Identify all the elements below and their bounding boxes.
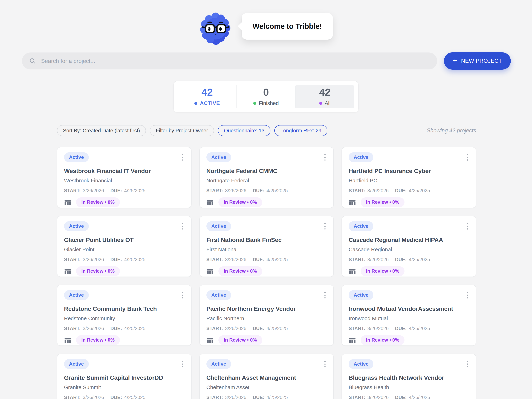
project-company: Bluegrass Health: [348, 384, 469, 391]
review-status-pill: In Review • 0%: [361, 335, 405, 345]
table-icon: [64, 268, 71, 275]
project-card[interactable]: Active Hartfield PC Insurance Cyber Hart…: [342, 147, 476, 208]
stat-active-label: ACTIVE: [200, 100, 220, 106]
project-company: First National: [206, 246, 327, 253]
search-icon: [29, 57, 36, 64]
welcome-text: Welcome to Tribble!: [253, 22, 322, 31]
start-label: START:: [348, 188, 365, 193]
project-title: Northgate Federal CMMC: [206, 167, 327, 175]
all-dot-icon: [319, 102, 322, 105]
new-project-label: NEW PROJECT: [461, 58, 502, 64]
table-icon: [64, 337, 71, 344]
start-date: 3/26/2026: [83, 326, 104, 331]
project-company: Glacier Point: [64, 246, 184, 253]
due-label: DUE:: [395, 188, 407, 193]
table-icon: [206, 337, 214, 344]
search-input[interactable]: [41, 58, 430, 64]
review-status-pill: In Review • 0%: [218, 335, 262, 345]
stat-finished[interactable]: 0 Finished: [236, 85, 295, 108]
kebab-menu-icon[interactable]: [466, 290, 469, 300]
project-title: Granite Summit Capital InvestorDD: [64, 374, 184, 381]
project-dates: START: 3/26/2026 DUE: 4/25/2025: [64, 326, 184, 331]
project-card[interactable]: Active Cheltenham Asset Management Chelt…: [199, 354, 334, 399]
project-company: Granite Summit: [64, 384, 184, 391]
start-label: START:: [206, 395, 223, 399]
start-label: START:: [348, 257, 365, 262]
due-date: 4/25/2025: [266, 257, 288, 262]
project-dates: START: 3/26/2026 DUE: 4/25/2025: [64, 257, 184, 262]
sort-by-chip[interactable]: Sort By: Created Date (latest first): [57, 125, 146, 136]
project-company: Northgate Federal: [206, 177, 327, 184]
start-date: 3/26/2026: [367, 257, 389, 262]
start-label: START:: [64, 188, 81, 193]
filter-owner-chip[interactable]: Filter by Project Owner: [150, 125, 214, 136]
projects-grid: Active Westbrook Financial IT Vendor Wes…: [57, 147, 476, 399]
review-status-pill: In Review • 0%: [76, 266, 120, 276]
start-date: 3/26/2026: [225, 257, 246, 262]
kebab-menu-icon[interactable]: [323, 359, 327, 369]
project-card[interactable]: Active First National Bank FinSec First …: [199, 216, 334, 277]
kebab-menu-icon[interactable]: [466, 359, 469, 369]
table-icon: [64, 199, 71, 206]
project-title: Ironwood Mutual VendorAssessment: [348, 305, 469, 312]
kebab-menu-icon[interactable]: [181, 221, 184, 231]
filter-row: Sort By: Created Date (latest first) Fil…: [57, 125, 476, 136]
due-date: 4/25/2025: [124, 326, 145, 331]
kebab-menu-icon[interactable]: [466, 152, 469, 162]
search-box[interactable]: [22, 52, 437, 69]
due-date: 4/25/2025: [409, 395, 430, 399]
kebab-menu-icon[interactable]: [181, 359, 184, 369]
project-card[interactable]: Active Westbrook Financial IT Vendor Wes…: [57, 147, 191, 208]
status-badge: Active: [348, 290, 373, 300]
new-project-button[interactable]: + NEW PROJECT: [444, 52, 511, 70]
project-card[interactable]: Active Redstone Community Bank Tech Reds…: [57, 285, 191, 346]
due-date: 4/25/2025: [266, 188, 288, 193]
start-label: START:: [206, 326, 223, 331]
table-icon: [348, 337, 356, 344]
start-date: 3/26/2026: [367, 395, 389, 399]
status-badge: Active: [64, 290, 89, 300]
project-card[interactable]: Active Bluegrass Health Network Vendor B…: [342, 354, 476, 399]
stat-all[interactable]: 42 All: [295, 85, 354, 108]
stat-active[interactable]: 42 ACTIVE: [178, 85, 236, 108]
due-label: DUE:: [395, 326, 407, 331]
project-card[interactable]: Active Ironwood Mutual VendorAssessment …: [342, 285, 476, 346]
project-company: Westbrook Financial: [64, 177, 184, 184]
table-icon: [206, 268, 214, 275]
kebab-menu-icon[interactable]: [323, 221, 327, 231]
project-card[interactable]: Active Northgate Federal CMMC Northgate …: [199, 147, 334, 208]
kebab-menu-icon[interactable]: [323, 290, 327, 300]
due-label: DUE:: [253, 257, 264, 262]
review-status-pill: In Review • 0%: [218, 266, 262, 276]
project-card[interactable]: Active Granite Summit Capital InvestorDD…: [57, 354, 191, 399]
questionnaire-chip[interactable]: Questionnaire: 13: [218, 125, 270, 136]
kebab-menu-icon[interactable]: [323, 152, 327, 162]
start-date: 3/26/2026: [367, 188, 389, 193]
project-company: Redstone Community: [64, 315, 184, 322]
start-date: 3/26/2026: [225, 326, 246, 331]
due-date: 4/25/2025: [409, 326, 430, 331]
dashboard-page: Welcome to Tribble! + NEW PROJECT 42 ACT…: [0, 0, 532, 399]
project-card[interactable]: Active Pacific Northern Energy Vendor Pa…: [199, 285, 334, 346]
status-badge: Active: [206, 221, 231, 231]
project-title: Hartfield PC Insurance Cyber: [348, 167, 469, 175]
longform-rfx-chip[interactable]: Longform RFx: 29: [274, 125, 327, 136]
review-status-pill: In Review • 0%: [218, 197, 262, 207]
project-card[interactable]: Active Glacier Point Utilities OT Glacie…: [57, 216, 191, 277]
start-label: START:: [64, 326, 81, 331]
project-dates: START: 3/26/2026 DUE: 4/25/2025: [206, 188, 327, 193]
project-dates: START: 3/26/2026 DUE: 4/25/2025: [64, 188, 184, 193]
status-badge: Active: [206, 152, 231, 162]
project-card[interactable]: Active Cascade Regional Medical HIPAA Ca…: [342, 216, 476, 277]
kebab-menu-icon[interactable]: [181, 152, 184, 162]
kebab-menu-icon[interactable]: [181, 290, 184, 300]
project-stats-card: 42 ACTIVE 0 Finished 42 All: [173, 81, 359, 112]
start-label: START:: [206, 188, 223, 193]
status-badge: Active: [206, 290, 231, 300]
hero-section: Welcome to Tribble!: [0, 0, 532, 42]
start-label: START:: [64, 257, 81, 262]
status-badge: Active: [64, 221, 89, 231]
kebab-menu-icon[interactable]: [466, 221, 469, 231]
start-label: START:: [348, 395, 365, 399]
start-date: 3/26/2026: [225, 395, 246, 399]
